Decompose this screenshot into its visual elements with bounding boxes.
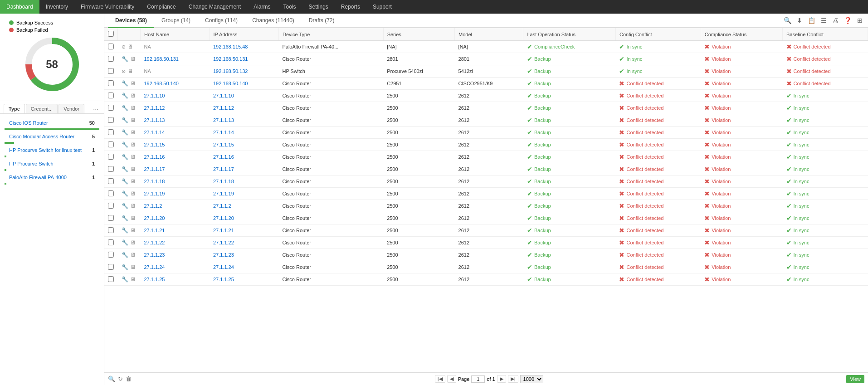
- bottom-refresh-icon[interactable]: ↻: [118, 375, 123, 382]
- hostname-link[interactable]: 27.1.1.21: [144, 228, 165, 233]
- ip-link[interactable]: 192.168.50.140: [213, 81, 248, 86]
- select-all-checkbox[interactable]: [108, 31, 114, 37]
- hostname-link[interactable]: 27.1.1.14: [144, 130, 165, 135]
- row-checkbox-cell[interactable]: [104, 65, 118, 78]
- row-checkbox-cell[interactable]: [104, 102, 118, 114]
- row-checkbox-cell[interactable]: [104, 224, 118, 237]
- hostname-link[interactable]: 27.1.1.12: [144, 105, 165, 111]
- type-item-paloalto[interactable]: PaloAlto Firewall PA-4000 1: [5, 173, 99, 182]
- ip-link[interactable]: 27.1.1.16: [213, 154, 234, 160]
- row-checkbox[interactable]: [108, 105, 114, 111]
- hostname-link[interactable]: 27.1.1.17: [144, 166, 165, 172]
- nav-settings[interactable]: Settings: [302, 0, 335, 14]
- nav-firmware[interactable]: Firmware Vulnerability: [74, 0, 141, 14]
- row-checkbox-cell[interactable]: [104, 212, 118, 224]
- ip-link[interactable]: 192.168.50.132: [213, 68, 248, 74]
- ip-link[interactable]: 27.1.1.12: [213, 105, 234, 111]
- expand-icon-btn[interactable]: ⊞: [855, 16, 864, 25]
- tab-credentials[interactable]: Credent...: [26, 104, 58, 113]
- ip-link[interactable]: 27.1.1.14: [213, 130, 234, 135]
- hostname-link[interactable]: 192.168.50.140: [144, 81, 179, 86]
- ip-link[interactable]: 27.1.1.18: [213, 179, 234, 184]
- tab-groups[interactable]: Groups (14): [154, 14, 198, 28]
- row-checkbox[interactable]: [108, 264, 114, 270]
- page-number-input[interactable]: [471, 375, 485, 383]
- ip-link[interactable]: 192.168.115.48: [213, 44, 248, 49]
- ip-link[interactable]: 27.1.1.10: [213, 93, 234, 98]
- hostname-link[interactable]: 192.168.50.131: [144, 56, 179, 62]
- row-checkbox-cell[interactable]: [104, 188, 118, 200]
- row-checkbox-cell[interactable]: [104, 249, 118, 261]
- row-checkbox[interactable]: [108, 239, 114, 245]
- row-checkbox-cell[interactable]: [104, 78, 118, 90]
- hostname-link[interactable]: 27.1.1.2: [144, 203, 162, 209]
- row-checkbox[interactable]: [108, 190, 114, 196]
- row-checkbox-cell[interactable]: [104, 114, 118, 127]
- filter-more-btn[interactable]: ···: [91, 105, 100, 112]
- th-select-all[interactable]: [104, 28, 118, 41]
- row-checkbox[interactable]: [108, 117, 114, 123]
- row-checkbox[interactable]: [108, 56, 114, 62]
- hostname-link[interactable]: 27.1.1.24: [144, 264, 165, 270]
- per-page-select[interactable]: 1000 500 100: [520, 375, 543, 383]
- nav-support[interactable]: Support: [366, 0, 398, 14]
- ip-link[interactable]: 27.1.1.24: [213, 264, 234, 270]
- row-checkbox-cell[interactable]: [104, 200, 118, 212]
- columns-icon-btn[interactable]: ☰: [819, 16, 829, 25]
- row-checkbox[interactable]: [108, 227, 114, 233]
- type-item-cisco-modular[interactable]: Cisco Modular Access Router 5: [5, 132, 99, 141]
- filter-icon-btn[interactable]: ⬇: [795, 16, 804, 25]
- hostname-link[interactable]: 27.1.1.20: [144, 215, 165, 221]
- tab-vendor[interactable]: Vendor: [59, 104, 84, 113]
- bottom-search-icon[interactable]: 🔍: [108, 375, 115, 382]
- row-checkbox[interactable]: [108, 154, 114, 160]
- nav-dashboard[interactable]: Dashboard: [0, 0, 39, 14]
- row-checkbox[interactable]: [108, 178, 114, 184]
- type-item-hp-linux[interactable]: HP Procurve Switch for linux test 1: [5, 146, 99, 155]
- row-checkbox[interactable]: [108, 252, 114, 258]
- help-icon-btn[interactable]: ❓: [842, 16, 853, 25]
- ip-link[interactable]: 27.1.1.19: [213, 191, 234, 196]
- row-checkbox[interactable]: [108, 68, 114, 74]
- row-checkbox-cell[interactable]: [104, 237, 118, 249]
- ip-link[interactable]: 27.1.1.25: [213, 277, 234, 282]
- row-checkbox[interactable]: [108, 141, 114, 147]
- hostname-link[interactable]: 27.1.1.15: [144, 142, 165, 147]
- hostname-link[interactable]: 27.1.1.19: [144, 191, 165, 196]
- row-checkbox-cell[interactable]: [104, 127, 118, 139]
- nav-alarms[interactable]: Alarms: [247, 0, 277, 14]
- row-checkbox[interactable]: [108, 129, 114, 135]
- hostname-link[interactable]: 27.1.1.23: [144, 252, 165, 258]
- bottom-delete-icon[interactable]: 🗑: [126, 375, 132, 382]
- hostname-link[interactable]: 27.1.1.13: [144, 117, 165, 123]
- ip-link[interactable]: 192.168.50.131: [213, 56, 248, 62]
- page-last-btn[interactable]: ▶|: [508, 375, 518, 383]
- ip-link[interactable]: 27.1.1.23: [213, 252, 234, 258]
- row-checkbox-cell[interactable]: [104, 151, 118, 163]
- view-button[interactable]: View: [846, 375, 864, 383]
- row-checkbox-cell[interactable]: [104, 163, 118, 175]
- print-icon-btn[interactable]: 🖨: [830, 16, 840, 25]
- hostname-link[interactable]: 27.1.1.10: [144, 93, 165, 98]
- row-checkbox-cell[interactable]: [104, 41, 118, 53]
- ip-link[interactable]: 27.1.1.21: [213, 228, 234, 233]
- export-icon-btn[interactable]: 📋: [806, 16, 817, 25]
- row-checkbox-cell[interactable]: [104, 175, 118, 188]
- ip-link[interactable]: 27.1.1.2: [213, 203, 231, 209]
- ip-link[interactable]: 27.1.1.22: [213, 240, 234, 245]
- row-checkbox[interactable]: [108, 276, 114, 282]
- page-first-btn[interactable]: |◀: [435, 375, 445, 383]
- nav-compliance[interactable]: Compliance: [141, 0, 182, 14]
- row-checkbox-cell[interactable]: [104, 273, 118, 286]
- row-checkbox-cell[interactable]: [104, 90, 118, 102]
- hostname-link[interactable]: 27.1.1.16: [144, 154, 165, 160]
- nav-tools[interactable]: Tools: [277, 0, 302, 14]
- tab-configs[interactable]: Configs (114): [198, 14, 245, 28]
- tab-changes[interactable]: Changes (11440): [245, 14, 302, 28]
- row-checkbox[interactable]: [108, 44, 114, 49]
- tab-drafts[interactable]: Drafts (72): [302, 14, 342, 28]
- page-prev-btn[interactable]: ◀: [447, 375, 456, 383]
- row-checkbox[interactable]: [108, 93, 114, 98]
- ip-link[interactable]: 27.1.1.20: [213, 215, 234, 221]
- ip-link[interactable]: 27.1.1.15: [213, 142, 234, 147]
